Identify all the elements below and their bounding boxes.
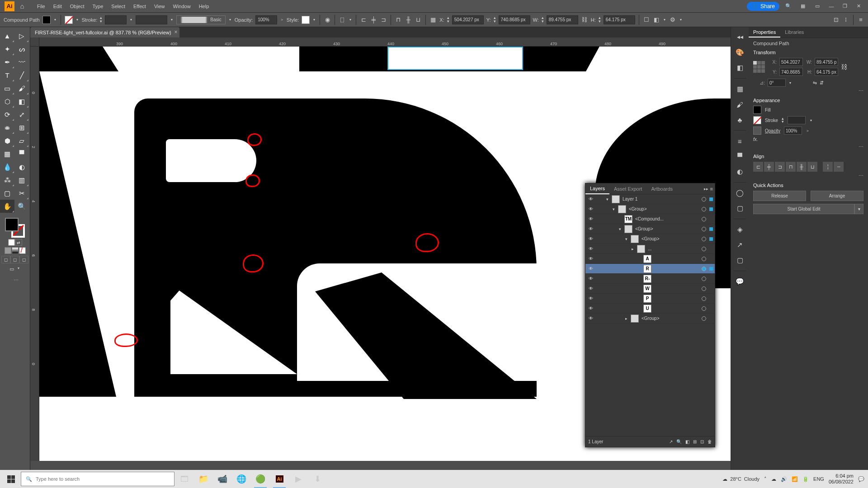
w-input[interactable]: [547, 15, 578, 24]
visibility-toggle[interactable]: 👁: [585, 246, 596, 251]
visibility-toggle[interactable]: 👁: [585, 206, 596, 211]
visibility-toggle[interactable]: 👁: [585, 266, 596, 271]
document-tab[interactable]: FIRST-RISE-light_vert-fullcolor.ai @ 837…: [30, 27, 179, 38]
align-to-icon[interactable]: ⎕: [339, 16, 346, 23]
edit-toolbar-icon[interactable]: ⋯: [1, 275, 30, 286]
task-view-icon[interactable]: 🗔: [175, 470, 193, 488]
window-restore-icon[interactable]: ❐: [840, 2, 850, 10]
snap-point-icon[interactable]: ⁞: [842, 16, 849, 23]
start-button[interactable]: [2, 470, 20, 488]
target-icon[interactable]: [699, 257, 708, 261]
h-stepper[interactable]: ▴▾: [599, 16, 601, 23]
target-icon[interactable]: [699, 247, 708, 251]
stroke-weight-stepper[interactable]: ▴▾: [782, 117, 784, 123]
volume-icon[interactable]: 🔊: [781, 476, 787, 482]
blend-tool[interactable]: ◐: [14, 160, 29, 174]
line-tool[interactable]: ╱: [14, 69, 29, 82]
chrome-icon[interactable]: 🟢: [251, 470, 269, 488]
var-width-profile[interactable]: [136, 15, 167, 24]
prop-y-input[interactable]: [779, 68, 803, 76]
y-stepper[interactable]: ▴▾: [494, 16, 496, 23]
panel-menu-icon[interactable]: ≡: [857, 16, 864, 23]
menu-view[interactable]: View: [151, 2, 169, 11]
brushes-panel-icon[interactable]: 🖌: [734, 98, 746, 111]
prop-x-input[interactable]: [779, 58, 803, 66]
rotate-tool[interactable]: ⟳: [0, 108, 14, 121]
stroke-weight-input-2[interactable]: [788, 116, 806, 124]
draw-normal-icon[interactable]: ◻: [1, 256, 10, 263]
collapse-icon[interactable]: ▸▸: [704, 187, 708, 191]
stroke-stepper-icon[interactable]: ▴▾: [100, 16, 102, 23]
tab-libraries[interactable]: Libraries: [780, 27, 808, 38]
media-player-icon[interactable]: ▶: [289, 470, 307, 488]
layer-row[interactable]: 👁A: [585, 254, 715, 264]
pen-tool[interactable]: ✒: [0, 56, 14, 69]
alignto-dd[interactable]: ▾: [349, 18, 352, 22]
menu-window[interactable]: Window: [170, 2, 194, 11]
fill-stroke-box[interactable]: [5, 218, 25, 238]
swap-colors-icon[interactable]: ⇄: [15, 239, 22, 246]
search-icon[interactable]: 🔍: [783, 1, 794, 12]
direct-selection-tool[interactable]: ▷: [14, 29, 29, 42]
menu-help[interactable]: Help: [195, 2, 213, 11]
align-left-btn[interactable]: ⊏: [753, 162, 763, 172]
locate-layer-icon[interactable]: 🔍: [676, 439, 682, 444]
link-wh-icon[interactable]: ⛓: [581, 16, 588, 23]
align-vcenter-btn[interactable]: ╫: [797, 162, 807, 172]
align-vcenter-icon[interactable]: ╫: [405, 16, 412, 23]
share-button[interactable]: 👤Share: [747, 2, 779, 11]
onedrive-icon[interactable]: ☁: [771, 476, 776, 482]
visibility-toggle[interactable]: 👁: [585, 306, 596, 311]
align-left-icon[interactable]: ⊏: [360, 16, 367, 23]
window-close-icon[interactable]: ✕: [854, 2, 863, 10]
tab-layers[interactable]: Layers: [585, 183, 609, 194]
layer-row[interactable]: 👁W: [585, 284, 715, 294]
arrange-button[interactable]: Arrange: [811, 191, 863, 201]
curvature-tool[interactable]: 〰: [14, 56, 29, 69]
opacity-input[interactable]: [255, 15, 277, 24]
ruler-horizontal[interactable]: 390 400 410 420 430 440 450 460 470 480 …: [39, 38, 731, 47]
width-tool[interactable]: ⩩: [0, 121, 14, 134]
dist-v-btn[interactable]: ╌: [834, 162, 844, 172]
slice-tool[interactable]: ✂: [14, 187, 29, 200]
artboard-tool[interactable]: ▢: [0, 187, 14, 200]
menu-type[interactable]: Type: [89, 2, 107, 11]
stroke-swatch[interactable]: [65, 16, 73, 24]
recolor-icon[interactable]: ◉: [324, 16, 331, 23]
brush-def[interactable]: Basic: [176, 15, 225, 24]
expand-arrow[interactable]: ▾: [606, 197, 611, 202]
pref-dd[interactable]: ▾: [679, 18, 683, 22]
language-indicator[interactable]: ENG: [813, 476, 824, 482]
align-top-icon[interactable]: ⊓: [395, 16, 402, 23]
expand-arrow[interactable]: ▾: [619, 227, 623, 231]
layers-panel-icon[interactable]: ◈: [734, 223, 746, 236]
panel-menu-icon[interactable]: ≡: [710, 186, 713, 192]
layer-row[interactable]: 👁▾Layer 1: [585, 194, 715, 204]
gradient-tool[interactable]: ▀: [14, 147, 29, 160]
menu-file[interactable]: File: [33, 2, 49, 11]
layer-row[interactable]: 👁R-: [585, 274, 715, 284]
fx-label[interactable]: fx.: [753, 137, 758, 142]
draw-inside-icon[interactable]: ◻: [19, 256, 28, 263]
visibility-toggle[interactable]: 👁: [585, 226, 596, 231]
target-icon[interactable]: [699, 277, 708, 281]
color-mode-icon[interactable]: [5, 247, 11, 254]
angle-input[interactable]: [768, 79, 786, 87]
opacity-input-2[interactable]: [784, 127, 802, 135]
color-guide-panel-icon[interactable]: ◧: [734, 61, 746, 74]
menu-object[interactable]: Object: [66, 2, 88, 11]
flip-v-icon[interactable]: ⇵: [820, 80, 824, 86]
scale-tool[interactable]: ⤢: [14, 108, 29, 121]
target-icon[interactable]: [699, 197, 708, 202]
target-icon[interactable]: [699, 267, 708, 271]
hand-tool[interactable]: ✋: [0, 200, 14, 213]
locate-object-icon[interactable]: ↗: [669, 439, 673, 444]
shaper-tool[interactable]: ⬡: [0, 95, 14, 108]
lasso-tool[interactable]: ᔕ: [14, 42, 29, 56]
layer-row[interactable]: 👁R: [585, 264, 715, 274]
transform-more-icon[interactable]: ⋯: [859, 88, 863, 94]
stroke-weight-dropdown[interactable]: ▾: [129, 18, 133, 22]
visibility-toggle[interactable]: 👁: [585, 256, 596, 261]
link-wh-icon[interactable]: ⛓: [841, 63, 847, 70]
visibility-toggle[interactable]: 👁: [585, 197, 596, 202]
